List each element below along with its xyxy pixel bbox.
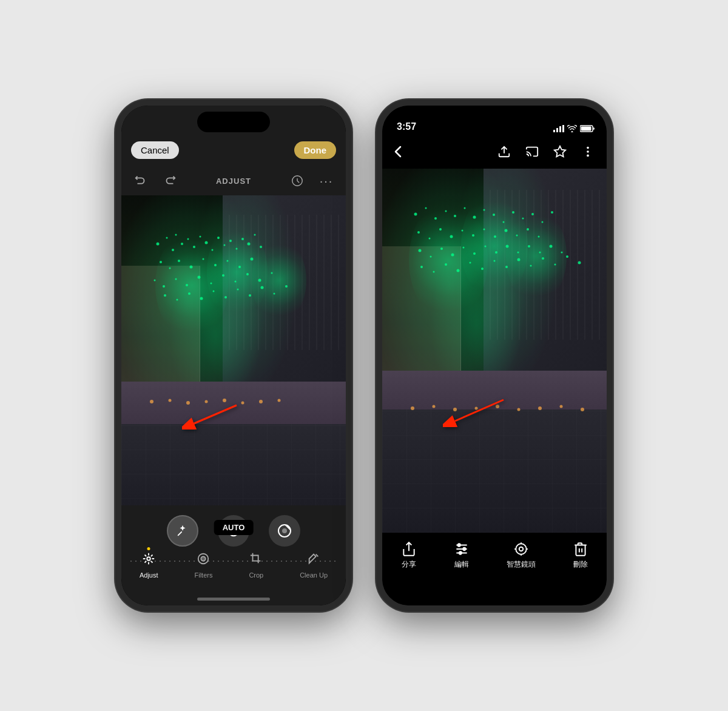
edit-icon bbox=[454, 541, 470, 557]
circle-button[interactable] bbox=[269, 515, 300, 547]
signal-icon bbox=[553, 125, 564, 132]
svg-point-151 bbox=[457, 544, 460, 546]
cleanup-label: Clean Up bbox=[300, 571, 328, 579]
bottom-toolbar: 分享 編輯 bbox=[382, 533, 607, 605]
svg-point-155 bbox=[519, 547, 523, 551]
nav-bar bbox=[382, 137, 607, 169]
auto-enhance-button[interactable] bbox=[288, 171, 307, 190]
toolbar-row: ADJUST ··· bbox=[121, 166, 346, 195]
svg-point-154 bbox=[516, 544, 526, 554]
cast-button[interactable] bbox=[525, 145, 539, 161]
adjust-icon bbox=[142, 553, 155, 568]
delete-button[interactable]: 刪除 bbox=[573, 541, 588, 570]
smart-lens-label: 智慧鏡頭 bbox=[507, 559, 536, 570]
share-icon bbox=[401, 541, 417, 557]
svg-rect-69 bbox=[553, 130, 555, 132]
filters-label: Filters bbox=[194, 571, 212, 579]
crop-label: Crop bbox=[249, 571, 263, 579]
svg-line-60 bbox=[178, 532, 182, 536]
svg-rect-70 bbox=[556, 128, 558, 132]
cancel-button[interactable]: Cancel bbox=[131, 141, 179, 159]
smart-lens-icon bbox=[513, 541, 529, 557]
battery-icon bbox=[580, 125, 595, 132]
photo-area: AUTO bbox=[121, 195, 346, 547]
done-button[interactable]: Done bbox=[294, 141, 337, 159]
toolbar-title: ADJUST bbox=[216, 177, 251, 186]
svg-point-68 bbox=[201, 556, 206, 561]
home-indicator bbox=[197, 598, 270, 601]
dynamic-island-right bbox=[458, 112, 531, 132]
status-icons bbox=[553, 125, 595, 132]
right-photo-area bbox=[382, 169, 607, 557]
svg-line-59 bbox=[194, 405, 237, 423]
svg-point-66 bbox=[147, 557, 151, 561]
svg-line-146 bbox=[455, 400, 504, 421]
dynamic-island bbox=[197, 112, 270, 132]
wifi-icon bbox=[567, 125, 577, 132]
back-button[interactable] bbox=[394, 146, 402, 160]
svg-point-153 bbox=[459, 551, 461, 554]
crop-icon bbox=[249, 553, 263, 568]
share-button[interactable]: 分享 bbox=[401, 541, 417, 570]
delete-label: 刪除 bbox=[573, 559, 588, 570]
right-red-arrow bbox=[443, 394, 510, 430]
nav-cleanup[interactable]: Clean Up bbox=[295, 550, 332, 581]
svg-rect-72 bbox=[562, 125, 564, 132]
right-phone: 3:57 bbox=[376, 99, 613, 612]
edit-label: 編輯 bbox=[454, 559, 469, 570]
share-label: 分享 bbox=[402, 559, 416, 570]
nav-adjust[interactable]: Adjust bbox=[135, 550, 163, 581]
svg-point-152 bbox=[463, 548, 465, 550]
bottom-nav: Adjust Filters bbox=[121, 545, 346, 605]
more-button-right[interactable] bbox=[581, 145, 595, 161]
nav-crop[interactable]: Crop bbox=[244, 550, 268, 581]
star-button[interactable] bbox=[553, 145, 567, 161]
redo-button[interactable] bbox=[160, 171, 180, 190]
svg-marker-77 bbox=[554, 146, 565, 157]
svg-point-65 bbox=[282, 528, 287, 533]
left-phone: Cancel Done bbox=[115, 99, 352, 612]
svg-point-79 bbox=[587, 150, 589, 153]
svg-rect-74 bbox=[581, 127, 592, 131]
undo-button[interactable] bbox=[131, 171, 150, 190]
svg-point-80 bbox=[587, 155, 589, 157]
more-options-button[interactable]: ··· bbox=[317, 171, 336, 190]
svg-rect-71 bbox=[559, 126, 561, 132]
nav-filters[interactable]: Filters bbox=[189, 550, 217, 581]
auto-badge: AUTO bbox=[214, 520, 254, 535]
trash-icon bbox=[573, 541, 588, 557]
red-arrow bbox=[182, 399, 243, 432]
svg-point-78 bbox=[587, 147, 589, 149]
smart-lens-button[interactable]: 智慧鏡頭 bbox=[507, 541, 536, 570]
magic-wand-button[interactable] bbox=[167, 515, 198, 547]
cleanup-icon bbox=[307, 553, 320, 568]
filters-icon bbox=[197, 553, 210, 568]
upload-button[interactable] bbox=[497, 145, 511, 161]
edit-button[interactable]: 編輯 bbox=[454, 541, 470, 570]
adjust-label: Adjust bbox=[140, 571, 158, 579]
